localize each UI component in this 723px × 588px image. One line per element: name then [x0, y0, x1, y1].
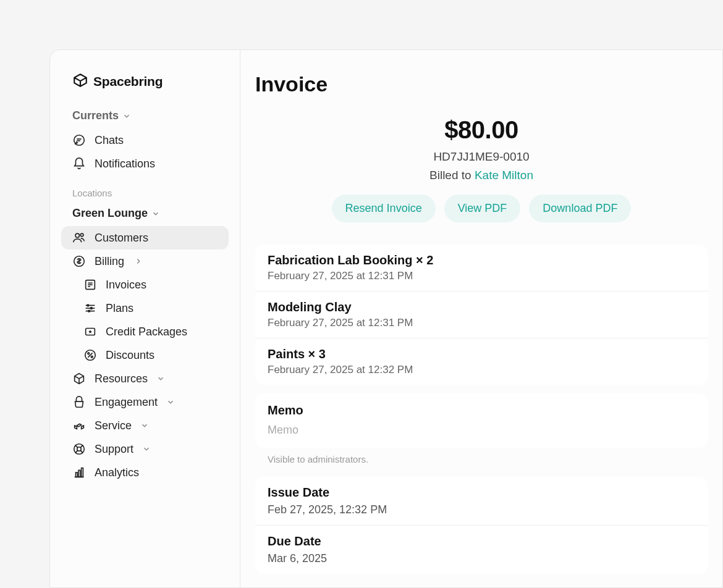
- sidebar-item-label: Chats: [95, 134, 124, 147]
- memo-hint: Visible to administrators.: [240, 448, 722, 464]
- chat-icon: [72, 133, 86, 147]
- sidebar-item-billing[interactable]: Billing: [61, 250, 229, 273]
- memo-card: Memo: [255, 393, 708, 448]
- svg-line-25: [80, 450, 83, 453]
- resources-icon: [72, 372, 86, 385]
- sidebar-item-chats[interactable]: Chats: [61, 128, 229, 152]
- brand: Spacebring: [61, 67, 229, 106]
- line-items-card: Fabrication Lab Booking × 2 February 27,…: [255, 245, 708, 385]
- sidebar-item-label: Support: [95, 443, 133, 456]
- svg-point-4: [80, 233, 83, 237]
- brand-logo-icon: [72, 72, 88, 91]
- brand-name: Spacebring: [93, 74, 163, 89]
- billed-to-link[interactable]: Kate Milton: [475, 169, 533, 182]
- sidebar-item-label: Plans: [106, 302, 133, 315]
- invoice-id: HD7JJ1ME9-0010: [255, 150, 708, 164]
- sidebar-item-customers[interactable]: Customers: [61, 226, 229, 250]
- page-title: Invoice: [240, 69, 722, 109]
- line-item-timestamp: February 27, 2025 at 12:31 PM: [268, 270, 695, 282]
- download-pdf-button[interactable]: Download PDF: [529, 195, 631, 222]
- service-icon: [72, 419, 86, 432]
- view-pdf-button[interactable]: View PDF: [444, 195, 521, 222]
- invoice-actions: Resend Invoice View PDF Download PDF: [255, 195, 708, 222]
- chevron-down-icon: [151, 209, 160, 218]
- issue-date-value: Feb 27, 2025, 12:32 PM: [268, 503, 695, 516]
- due-date-row[interactable]: Due Date Mar 6, 2025: [255, 526, 708, 574]
- resend-invoice-button[interactable]: Resend Invoice: [332, 195, 436, 222]
- location-name: Green Lounge: [72, 207, 148, 220]
- sidebar-item-label: Engagement: [95, 396, 158, 409]
- sidebar-item-label: Discounts: [106, 349, 154, 362]
- location-switcher[interactable]: Green Lounge: [61, 203, 229, 226]
- sidebar-item-label: Service: [95, 419, 132, 432]
- line-item-timestamp: February 27, 2025 at 12:31 PM: [268, 317, 695, 329]
- svg-point-14: [90, 308, 92, 309]
- memo-input[interactable]: [268, 424, 695, 437]
- sidebar-item-invoices[interactable]: Invoices: [61, 273, 229, 296]
- svg-point-3: [75, 233, 79, 237]
- chevron-down-icon: [142, 445, 151, 453]
- invoice-amount: $80.00: [255, 116, 708, 144]
- sidebar-item-engagement[interactable]: Engagement: [61, 390, 229, 414]
- sidebar-item-label: Resources: [95, 372, 148, 385]
- dates-card: Issue Date Feb 27, 2025, 12:32 PM Due Da…: [255, 477, 708, 574]
- svg-line-27: [80, 445, 83, 448]
- sidebar-item-credit-packages[interactable]: Credit Packages: [61, 320, 229, 343]
- billed-to: Billed to Kate Milton: [255, 169, 708, 182]
- invoices-icon: [83, 278, 97, 292]
- chevron-right-icon: [134, 257, 143, 266]
- sidebar-item-label: Billing: [95, 255, 124, 268]
- svg-marker-17: [88, 330, 92, 334]
- sidebar-item-plans[interactable]: Plans: [61, 296, 229, 320]
- svg-line-26: [75, 450, 78, 453]
- line-item-timestamp: February 27, 2025 at 12:32 PM: [268, 364, 695, 376]
- line-item[interactable]: Modeling Clay February 27, 2025 at 12:31…: [255, 292, 708, 338]
- engagement-icon: [72, 395, 86, 409]
- line-item-title: Modeling Clay: [268, 300, 695, 314]
- sidebar-item-resources[interactable]: Resources: [61, 367, 229, 390]
- memo-label: Memo: [268, 403, 695, 418]
- sidebar-item-label: Invoices: [106, 279, 146, 292]
- line-item-title: Fabrication Lab Booking × 2: [268, 253, 695, 267]
- payment-section-label: Payment: [240, 574, 722, 587]
- svg-rect-30: [78, 470, 80, 477]
- svg-point-20: [88, 353, 90, 355]
- svg-rect-29: [76, 472, 78, 477]
- due-date-value: Mar 6, 2025: [268, 552, 695, 565]
- credit-packages-icon: [83, 325, 97, 338]
- chevron-down-icon: [140, 421, 149, 430]
- svg-point-13: [87, 304, 89, 306]
- sidebar-item-discounts[interactable]: Discounts: [61, 343, 229, 367]
- svg-point-15: [88, 310, 90, 312]
- sidebar-item-analytics[interactable]: Analytics: [61, 461, 229, 484]
- plans-icon: [83, 301, 97, 315]
- analytics-icon: [72, 466, 86, 479]
- billing-icon: [72, 254, 86, 268]
- sidebar-item-service[interactable]: Service: [61, 414, 229, 437]
- chevron-down-icon: [122, 112, 131, 120]
- sidebar-item-support[interactable]: Support: [61, 437, 229, 461]
- sidebar-item-notifications[interactable]: Notifications: [61, 152, 229, 175]
- discounts-icon: [83, 348, 97, 362]
- sidebar: Spacebring Currents Chats Notifications …: [50, 50, 240, 587]
- sidebar-section-locations: Locations: [61, 175, 229, 203]
- svg-rect-31: [82, 468, 83, 477]
- issue-date-label: Issue Date: [268, 485, 695, 500]
- svg-point-21: [91, 356, 93, 358]
- svg-line-19: [88, 353, 92, 357]
- sidebar-item-label: Notifications: [95, 158, 155, 170]
- sidebar-item-label: Customers: [95, 232, 148, 245]
- customers-icon: [72, 231, 86, 245]
- svg-point-23: [77, 447, 81, 451]
- sidebar-item-label: Credit Packages: [106, 326, 187, 338]
- issue-date-row[interactable]: Issue Date Feb 27, 2025, 12:32 PM: [255, 477, 708, 526]
- invoice-header: $80.00 HD7JJ1ME9-0010 Billed to Kate Mil…: [240, 109, 722, 236]
- due-date-label: Due Date: [268, 534, 695, 548]
- line-item[interactable]: Fabrication Lab Booking × 2 February 27,…: [255, 245, 708, 292]
- svg-line-24: [75, 445, 78, 448]
- app-frame: Spacebring Currents Chats Notifications …: [49, 49, 723, 588]
- line-item[interactable]: Paints × 3 February 27, 2025 at 12:32 PM: [255, 338, 708, 385]
- workspace-switcher[interactable]: Currents: [61, 106, 229, 128]
- sidebar-item-label: Analytics: [95, 466, 139, 479]
- support-icon: [72, 442, 86, 456]
